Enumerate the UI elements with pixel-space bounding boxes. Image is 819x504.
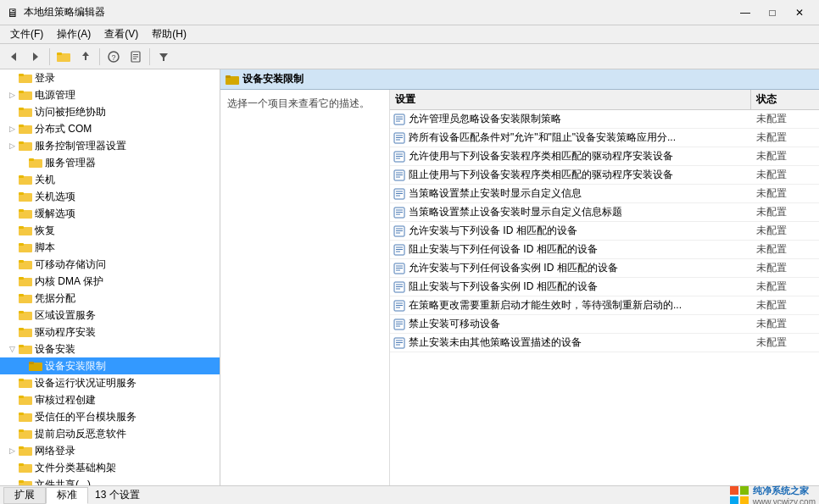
folder-icon-fuwuguanli — [29, 157, 42, 169]
svg-rect-61 — [19, 463, 24, 466]
setting-text: 允许管理员忽略设备安装限制策略 — [409, 112, 561, 126]
back-button[interactable] — [3, 47, 24, 67]
right-pane-title: 设备安装限制 — [242, 72, 304, 86]
setting-status: 未配置 — [751, 334, 819, 352]
maximize-button[interactable]: □ — [760, 4, 785, 21]
policy-icon — [393, 244, 405, 256]
tree-item-shebei[interactable]: ▽ 设备安装 — [0, 341, 220, 357]
setting-name: 阻止安装与下列设备实例 ID 相匹配的设备 — [390, 278, 751, 296]
right-pane: 设备安装限制 选择一个项目来查看它的描述。 设置 状态 — [220, 69, 819, 485]
col-header-setting: 设置 — [390, 90, 751, 109]
settings-row[interactable]: 允许安装与下列任何设备实例 ID 相匹配的设备 未配置 — [390, 259, 819, 278]
settings-row[interactable]: 阻止安装与下列设备实例 ID 相匹配的设备 未配置 — [390, 278, 819, 296]
tree-item-guanji[interactable]: 关机 — [0, 171, 220, 188]
folder-icon-shebeiyunxing — [19, 377, 32, 389]
settings-row[interactable]: 禁止安装未由其他策略设置描述的设备 未配置 — [390, 334, 819, 352]
setting-name: 禁止安装未由其他策略设置描述的设备 — [390, 334, 751, 352]
tree-item-wenjian[interactable]: 文件分类基础构架 — [0, 459, 220, 476]
tree-item-yidong[interactable]: 可移动存储访问 — [0, 256, 220, 273]
toggle-pingju — [7, 293, 17, 303]
tab-standard[interactable]: 标准 — [46, 487, 88, 504]
svg-rect-37 — [19, 260, 24, 263]
tree-item-neihe[interactable]: 内核 DMA 保护 — [0, 273, 220, 290]
svg-rect-65 — [226, 75, 231, 78]
tree-item-pingju[interactable]: 凭据分配 — [0, 290, 220, 307]
tree-item-jiaoben[interactable]: 脚本 — [0, 239, 220, 256]
tree-item-shebeiyunxing[interactable]: 设备运行状况证明服务 — [0, 374, 220, 391]
tree-label-neihe: 内核 DMA 保护 — [35, 274, 103, 289]
toggle-shenhe — [7, 395, 17, 405]
tree-item-denglu[interactable]: 登录 — [0, 69, 220, 86]
filter-button[interactable] — [153, 47, 174, 67]
tree-item-shouken[interactable]: 受信任的平台模块服务 — [0, 408, 220, 425]
tree-item-fenbushi[interactable]: ▷ 分布式 COM — [0, 120, 220, 137]
toggle-wangluo: ▷ — [7, 446, 17, 456]
svg-rect-55 — [19, 413, 24, 415]
settings-row[interactable]: 阻止安装与下列任何设备 ID 相匹配的设备 未配置 — [390, 241, 819, 259]
toggle-shouken — [7, 412, 17, 422]
tree-item-qudong[interactable]: 驱动程序安装 — [0, 324, 220, 341]
tree-label-fenbushi: 分布式 COM — [35, 122, 92, 136]
tree-item-fuwuguanli[interactable]: 服务管理器 — [0, 154, 220, 171]
tree-item-huifu[interactable]: 恢复 — [0, 222, 220, 239]
help-button[interactable]: ? — [103, 47, 124, 67]
tree-item-tiqian[interactable]: 提前启动反恶意软件 — [0, 425, 220, 442]
status-right: 纯净系统之家 www.ycwjzy.com — [729, 485, 819, 505]
tree-item-huajie[interactable]: 缓解选项 — [0, 205, 220, 222]
settings-row[interactable]: 禁止安装可移动设备 未配置 — [390, 315, 819, 334]
tab-extend[interactable]: 扩展 — [3, 487, 46, 504]
toggle-tiqian — [7, 429, 17, 439]
folder-icon-huajie — [19, 208, 32, 219]
properties-button[interactable] — [125, 47, 146, 67]
setting-status: 未配置 — [751, 110, 819, 128]
setting-status: 未配置 — [751, 241, 819, 258]
toggle-fangwen — [7, 107, 17, 117]
menu-action[interactable]: 操作(A) — [50, 25, 98, 43]
tree-label-fuwukong: 服务控制管理器设置 — [35, 139, 126, 153]
settings-row[interactable]: 阻止使用与下列设备安装程序类相匹配的驱动程序安装设备 未配置 — [390, 166, 819, 185]
tree-label-shebei: 设备安装 — [35, 342, 75, 357]
menu-view[interactable]: 查看(V) — [98, 25, 145, 43]
left-pane: 登录 ▷ 电源管理 访问被拒绝协助 ▷ 分布式 COM ▷ — [0, 69, 220, 485]
menu-file[interactable]: 文件(F) — [3, 25, 50, 43]
folder-button[interactable] — [53, 47, 74, 67]
menu-bar: 文件(F) 操作(A) 查看(V) 帮助(H) — [0, 25, 819, 44]
tree-label-fuwuguanli: 服务管理器 — [45, 156, 96, 170]
watermark-url: www.ycwjzy.com — [753, 497, 816, 505]
tree-item-shenhe[interactable]: 审核过程创建 — [0, 391, 220, 408]
tree-item-quyu[interactable]: 区域设置服务 — [0, 307, 220, 324]
main-content: 登录 ▷ 电源管理 访问被拒绝协助 ▷ 分布式 COM ▷ — [0, 69, 819, 485]
tree-item-wenjian2[interactable]: 文件共享(...) — [0, 476, 220, 485]
tree-item-shebeixianzhi[interactable]: 设备安装限制 — [0, 357, 220, 374]
settings-row[interactable]: 允许使用与下列设备安装程序类相匹配的驱动程序安装设备 未配置 — [390, 147, 819, 166]
setting-name: 允许管理员忽略设备安装限制策略 — [390, 110, 751, 128]
folder-icon-pingju — [19, 292, 32, 304]
toolbar-separator-1 — [49, 48, 50, 65]
folder-icon-quyu — [19, 309, 32, 321]
settings-row[interactable]: 在策略更改需要重新启动才能生效时，等待强制重新启动的... 未配置 — [390, 296, 819, 315]
menu-help[interactable]: 帮助(H) — [145, 25, 193, 43]
settings-row[interactable]: 允许安装与下列设备 ID 相匹配的设备 未配置 — [390, 222, 819, 241]
setting-status: 未配置 — [751, 259, 819, 277]
svg-rect-43 — [19, 311, 24, 313]
tree-item-guanjixuan[interactable]: 关机选项 — [0, 188, 220, 205]
forward-button[interactable] — [25, 47, 46, 67]
tree-label-wenjian: 文件分类基础构架 — [35, 461, 116, 475]
tree-label-guanjixuan: 关机选项 — [35, 190, 75, 204]
folder-icon-shebei — [19, 343, 32, 355]
tree-item-wangluo[interactable]: ▷ 网络登录 — [0, 442, 220, 459]
tree-item-fuwukong[interactable]: ▷ 服务控制管理器设置 — [0, 137, 220, 154]
tree-item-dianyuan[interactable]: ▷ 电源管理 — [0, 86, 220, 103]
settings-row[interactable]: 跨所有设备匹配条件对"允许"和"阻止"设备安装策略应用分... 未配置 — [390, 129, 819, 147]
svg-rect-23 — [19, 141, 24, 144]
svg-rect-39 — [19, 277, 24, 280]
minimize-button[interactable]: — — [733, 4, 758, 21]
settings-row[interactable]: 当策略设置禁止设备安装时显示自定义信息标题 未配置 — [390, 203, 819, 222]
settings-row[interactable]: 当策略设置禁止安装时显示自定义信息 未配置 — [390, 185, 819, 203]
close-button[interactable]: ✕ — [787, 4, 812, 21]
up-button[interactable] — [75, 47, 96, 67]
settings-row[interactable]: 允许管理员忽略设备安装限制策略 未配置 — [390, 110, 819, 129]
folder-icon-yidong — [19, 258, 32, 270]
tree-item-fangwen[interactable]: 访问被拒绝协助 — [0, 103, 220, 120]
tree-label-shenhe: 审核过程创建 — [35, 393, 96, 407]
